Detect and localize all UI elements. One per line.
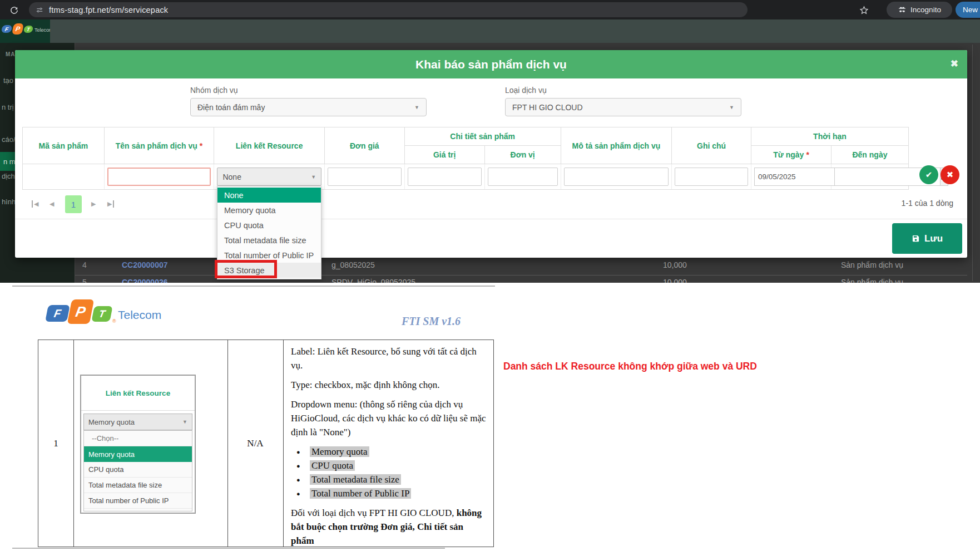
- close-icon[interactable]: ✖: [951, 58, 958, 70]
- col-header-don-vi: Đơn vị: [485, 146, 561, 164]
- service-group-select[interactable]: Điện toán đám mây ▼: [190, 98, 427, 116]
- fpt-logo-telecom-label: Telecom: [118, 308, 161, 322]
- col-header-gia-tri: Giá trị: [405, 146, 485, 164]
- screenshot-option-cpu-quota: CPU quota: [84, 462, 192, 478]
- screenshot-select: Memory quota ▼: [83, 414, 192, 430]
- service-group-label: Nhóm dịch vụ: [190, 86, 238, 95]
- cancel-row-button[interactable]: ✖: [941, 165, 959, 184]
- list-item: CPU quota: [291, 459, 486, 473]
- browser-screenshot-region: ftms-stag.fpt.net/sm/servicepack Incogni…: [0, 0, 980, 283]
- table-column-border: [73, 340, 74, 547]
- col-header-don-gia: Đơn giá: [325, 127, 405, 164]
- fpt-logo-t: T: [91, 306, 112, 322]
- pagination-prev-button[interactable]: ◀: [50, 200, 54, 208]
- sidebar-item-tri[interactable]: n trị: [2, 103, 14, 111]
- list-item: Memory quota: [291, 445, 486, 459]
- screenshot-option-memory-quota: Memory quota: [84, 446, 192, 462]
- list-item: Total metadata file size: [291, 473, 486, 486]
- review-annotation-text: Danh sách LK Resource không khớp giữa we…: [503, 361, 757, 372]
- fpt-logo-telecom-label: Telecom: [34, 27, 50, 33]
- service-group-value: Điện toán đám mây: [197, 103, 265, 112]
- service-code-link: CC20000026: [122, 278, 168, 283]
- screenshot-select-value: Memory quota: [88, 418, 135, 426]
- col-header-ma-san-pham: Mã sản phẩm: [23, 127, 105, 164]
- chevron-down-icon: ▼: [311, 174, 316, 180]
- unit-price-input[interactable]: [328, 168, 402, 186]
- service-type-select[interactable]: FPT HI GIO CLOUD ▼: [505, 98, 741, 116]
- option-total-public-ip: Total number of Public IP: [310, 488, 411, 499]
- sidebar-item-cao[interactable]: cáo/: [2, 135, 16, 144]
- dropdown-option-memory-quota[interactable]: Memory quota: [217, 203, 321, 218]
- urd-table: 1 N/A Liên kết Resource Memory quota ▼ -…: [38, 340, 494, 547]
- reload-button[interactable]: [8, 4, 20, 16]
- dropdown-option-total-metadata[interactable]: Total metadata file size: [217, 233, 321, 248]
- registered-mark: ®: [112, 318, 116, 324]
- desc-label-paragraph: Label: Liên kết Resource, bổ sung với tấ…: [291, 345, 486, 372]
- desc-dropdown-paragraph: Dropdown menu: (thông số riêng của dịch …: [291, 397, 486, 439]
- declare-service-product-modal: Khai báo sản phẩm dịch vụ ✖ Nhóm dịch vụ…: [15, 50, 967, 258]
- col-header-ten-san-pham: Tên sản phẩm dịch vụ *: [105, 127, 215, 164]
- note-input[interactable]: [675, 168, 748, 186]
- save-floppy-icon: [912, 234, 920, 243]
- url-text: ftms-stag.fpt.net/sm/servicepack: [49, 6, 168, 14]
- value-input[interactable]: [408, 168, 482, 186]
- na-cell: N/A: [227, 340, 283, 547]
- modal-header: Khai báo sản phẩm dịch vụ ✖: [15, 50, 967, 78]
- dropdown-option-cpu-quota[interactable]: CPU quota: [217, 218, 321, 233]
- gia-tri-cell: [405, 164, 485, 189]
- requirement-description-cell: Label: Liên kết Resource, bổ sung với tấ…: [283, 340, 494, 547]
- document-version-title: FTI SM v1.6: [384, 315, 478, 328]
- chevron-down-icon: ▼: [182, 419, 187, 425]
- desc-type-paragraph: Type: checkbox, mặc định không chọn.: [291, 378, 486, 392]
- don-vi-cell: [485, 164, 561, 189]
- bookmark-star-button[interactable]: [858, 4, 870, 16]
- table-header-row: Mã sản phẩm Tên sản phẩm dịch vụ * Liên …: [23, 127, 908, 164]
- product-entry-table: Mã sản phẩm Tên sản phẩm dịch vụ * Liên …: [22, 127, 909, 190]
- modal-title: Khai báo sản phẩm dịch vụ: [415, 58, 567, 71]
- screenshot-boundary-line: [12, 286, 495, 287]
- ten-san-pham-cell: [105, 164, 215, 189]
- mo-ta-cell: [561, 164, 672, 189]
- resource-link-select[interactable]: None ▼: [217, 168, 321, 186]
- confirm-row-button[interactable]: ✔: [919, 165, 938, 184]
- product-name-input[interactable]: [107, 168, 211, 186]
- incognito-icon: [898, 6, 907, 14]
- browser-topbar: ftms-stag.fpt.net/sm/servicepack Incogni…: [0, 0, 980, 19]
- col-header-lien-ket-resource: Liên kết Resource: [214, 127, 325, 164]
- service-name: SPDV_HiGio_08052025: [331, 278, 415, 283]
- sidebar-item-tao[interactable]: tạo: [3, 76, 13, 85]
- unit-input[interactable]: [488, 168, 558, 186]
- pagination-last-button[interactable]: ▶: [107, 200, 114, 208]
- fpt-logo-f: F: [45, 305, 70, 322]
- embedded-dropdown-screenshot: Liên kết Resource Memory quota ▼ --Chọn-…: [80, 375, 196, 514]
- pagination-next-button[interactable]: ▶: [91, 200, 96, 208]
- col-header-label: Tên sản phẩm dịch vụ: [116, 141, 197, 150]
- pagination-page-1[interactable]: 1: [65, 195, 82, 213]
- description-input[interactable]: [564, 168, 669, 186]
- col-group-chi-tiet: Chi tiết sản phẩm Giá trị Đơn vị: [405, 127, 561, 164]
- col-header-ghi-chu: Ghi chú: [672, 127, 751, 164]
- col-header-label: Từ ngày: [773, 150, 804, 159]
- option-memory-quota: Memory quota: [310, 446, 369, 457]
- sidebar-item-hinh[interactable]: hình: [2, 198, 16, 206]
- screenshot-option-list: --Chọn-- Memory quota CPU quota Total me…: [83, 430, 192, 511]
- pagination-first-button[interactable]: ◀: [32, 200, 38, 208]
- check-icon: ✔: [925, 170, 933, 180]
- required-asterisk: *: [806, 150, 809, 159]
- service-price: 10,000: [663, 260, 687, 269]
- incognito-badge: Incognito: [887, 2, 952, 18]
- dropdown-option-none[interactable]: None: [217, 188, 321, 203]
- reload-icon: [9, 6, 19, 15]
- row-number: 5: [82, 278, 87, 283]
- urd-document-region: F P T ® Telecom FTI SM v1.6 Danh sách LK…: [0, 283, 980, 551]
- url-bar[interactable]: ftms-stag.fpt.net/sm/servicepack: [29, 2, 748, 17]
- save-button[interactable]: Lưu: [892, 223, 962, 254]
- footer-normal-text: Đối với loại dịch vụ FPT HI GIO CLOUD,: [291, 508, 457, 518]
- page-scrollbar[interactable]: [972, 45, 973, 281]
- resource-option-list: Memory quota CPU quota Total metadata fi…: [291, 445, 486, 500]
- screenshot-option-total-metadata: Total metadata file size: [84, 478, 192, 493]
- new-chrome-button[interactable]: New Chrome: [956, 2, 980, 18]
- x-icon: ✖: [947, 170, 954, 180]
- col-header-mo-ta: Mô tả sản phẩm dịch vụ: [561, 127, 672, 164]
- screenshot-option-total-public-ip: Total number of Public IP: [84, 493, 192, 509]
